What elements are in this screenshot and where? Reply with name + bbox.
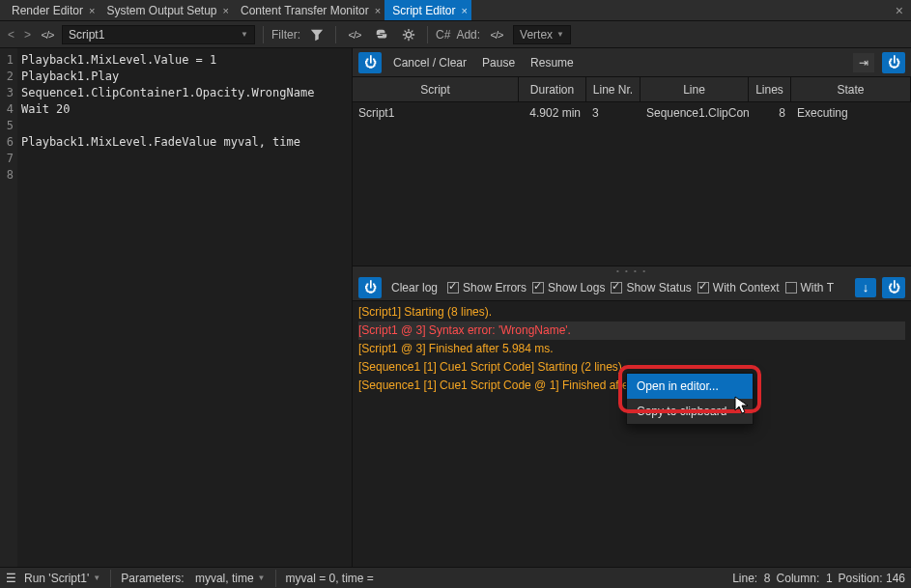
col-line[interactable]: Line bbox=[641, 77, 749, 101]
log-line: [Script1 @ 3] Finished after 5.984 ms. bbox=[358, 342, 554, 355]
chevron-down-icon: ▼ bbox=[556, 30, 564, 39]
col-script[interactable]: Script bbox=[353, 77, 519, 101]
power-icon[interactable]: ⏻ bbox=[358, 277, 382, 298]
pause-button[interactable]: Pause bbox=[478, 56, 519, 70]
show-status-toggle[interactable]: Show Status bbox=[611, 281, 691, 294]
col-state[interactable]: State bbox=[791, 77, 911, 101]
power-icon[interactable]: ⏻ bbox=[882, 277, 905, 298]
code-icon[interactable] bbox=[344, 25, 365, 44]
execution-grid: Script Duration Line Nr. Line Lines Stat… bbox=[353, 77, 911, 266]
scroll-down-icon[interactable]: ↓ bbox=[855, 278, 876, 297]
script-selector[interactable]: Script1 ▼ bbox=[62, 25, 255, 44]
cell-duration: 4.902 min bbox=[519, 102, 586, 124]
splitter-handle[interactable]: • • • • bbox=[353, 266, 911, 274]
tab-bar: Render Editor × System Output Setup × Co… bbox=[0, 0, 911, 21]
filter-icon[interactable] bbox=[306, 25, 327, 44]
tab-content-transfer-monitor[interactable]: Content Transfer Monitor × bbox=[233, 0, 384, 20]
log-line-error[interactable]: [Script1 @ 3] Syntax error: 'WrongName'. bbox=[358, 322, 905, 340]
tab-script-editor[interactable]: Script Editor × bbox=[384, 0, 471, 20]
chevron-down-icon: ▼ bbox=[93, 574, 100, 582]
param-values: myval = 0, time = bbox=[286, 572, 374, 585]
code-area[interactable]: Playback1.MixLevel.Value = 1 Playback1.P… bbox=[17, 48, 352, 567]
cell-state: Executing bbox=[791, 102, 911, 124]
tab-render-editor[interactable]: Render Editor × bbox=[4, 0, 99, 20]
table-row[interactable]: Script1 4.902 min 3 Sequence1.ClipCon 8 … bbox=[353, 102, 911, 124]
parameters-button[interactable]: Parameters: myval, time ▼ bbox=[121, 572, 265, 585]
power-icon[interactable]: ⏻ bbox=[358, 52, 382, 73]
cancel-clear-button[interactable]: Cancel / Clear bbox=[389, 56, 470, 70]
close-icon[interactable]: × bbox=[223, 5, 229, 16]
gear-icon[interactable] bbox=[398, 25, 419, 44]
log-line: [Sequence1 [1] Cue1 Script Code @ 1] Fin… bbox=[358, 378, 633, 392]
cell-lines: 8 bbox=[749, 102, 791, 124]
log-line: [Script1] Starting (8 lines). bbox=[358, 305, 492, 319]
close-window-icon[interactable]: × bbox=[888, 3, 911, 18]
add-script-icon[interactable] bbox=[486, 25, 507, 44]
tab-label: Content Transfer Monitor bbox=[241, 4, 369, 17]
col-lines[interactable]: Lines bbox=[749, 77, 791, 101]
tab-label: System Output Setup bbox=[106, 4, 216, 17]
clear-log-button[interactable]: Clear log bbox=[387, 281, 441, 294]
nav-back-icon[interactable]: < bbox=[6, 28, 16, 42]
separator bbox=[335, 26, 336, 43]
menu-open-in-editor[interactable]: Open in editor... bbox=[627, 374, 753, 399]
add-target-selector[interactable]: Vertex ▼ bbox=[513, 25, 571, 44]
show-errors-toggle[interactable]: Show Errors bbox=[447, 281, 527, 294]
add-label: Add: bbox=[456, 28, 480, 42]
separator bbox=[263, 26, 264, 43]
script-icon bbox=[39, 26, 56, 43]
separator bbox=[427, 26, 428, 43]
checkbox-icon bbox=[611, 282, 622, 294]
tab-system-output-setup[interactable]: System Output Setup × bbox=[99, 0, 233, 20]
col-duration[interactable]: Duration bbox=[519, 77, 586, 101]
cell-line: Sequence1.ClipCon bbox=[641, 102, 749, 124]
show-logs-toggle[interactable]: Show Logs bbox=[532, 281, 605, 294]
close-icon[interactable]: × bbox=[462, 5, 468, 16]
pin-icon[interactable]: ⇥ bbox=[853, 53, 874, 72]
close-icon[interactable]: × bbox=[89, 5, 95, 16]
checkbox-icon bbox=[697, 282, 709, 294]
editor-toolbar: < > Script1 ▼ Filter: C# Add: Vertex ▼ bbox=[0, 21, 911, 48]
log-toolbar: ⏻ Clear log Show Errors Show Logs Show S… bbox=[353, 274, 911, 301]
run-script-button[interactable]: Run 'Script1' ▼ bbox=[24, 572, 100, 585]
cs-label[interactable]: C# bbox=[436, 28, 450, 42]
status-position: Position: 146 bbox=[839, 572, 905, 585]
checkbox-icon bbox=[785, 282, 797, 294]
resume-button[interactable]: Resume bbox=[527, 56, 578, 70]
log-output[interactable]: [Script1] Starting (8 lines). [Script1 @… bbox=[353, 301, 911, 567]
script-name: Script1 bbox=[69, 28, 104, 42]
separator bbox=[275, 570, 276, 587]
status-column: Column: 1 bbox=[777, 572, 833, 585]
status-line: Line: 8 bbox=[732, 572, 770, 585]
checkbox-icon bbox=[532, 282, 544, 294]
cell-script: Script1 bbox=[353, 102, 519, 124]
status-bar: ☰ Run 'Script1' ▼ Parameters: myval, tim… bbox=[0, 567, 911, 588]
with-t-toggle[interactable]: With T bbox=[785, 281, 834, 294]
col-line-nr[interactable]: Line Nr. bbox=[586, 77, 641, 101]
with-context-toggle[interactable]: With Context bbox=[697, 281, 780, 294]
menu-icon[interactable]: ☰ bbox=[6, 572, 16, 585]
svg-point-0 bbox=[406, 32, 411, 37]
code-editor[interactable]: 1 2 3 4 5 6 7 8 Playback1.MixLevel.Value… bbox=[0, 48, 353, 567]
context-menu: Open in editor... Copy to clipboard bbox=[626, 373, 754, 425]
python-icon[interactable] bbox=[371, 25, 392, 44]
menu-copy-to-clipboard[interactable]: Copy to clipboard bbox=[627, 399, 753, 424]
filter-label: Filter: bbox=[271, 28, 300, 42]
grid-header: Script Duration Line Nr. Line Lines Stat… bbox=[353, 77, 911, 102]
tab-label: Script Editor bbox=[392, 4, 455, 17]
chevron-down-icon: ▼ bbox=[241, 30, 248, 39]
log-line: [Sequence1 [1] Cue1 Script Code] Startin… bbox=[358, 360, 625, 374]
line-gutter: 1 2 3 4 5 6 7 8 bbox=[0, 48, 17, 567]
execution-toolbar: ⏻ Cancel / Clear Pause Resume ⇥ ⏻ bbox=[353, 48, 911, 77]
power-icon[interactable]: ⏻ bbox=[882, 52, 905, 73]
separator bbox=[110, 570, 111, 587]
close-icon[interactable]: × bbox=[375, 5, 381, 16]
chevron-down-icon: ▼ bbox=[258, 574, 266, 582]
nav-fwd-icon[interactable]: > bbox=[22, 28, 33, 42]
tab-label: Render Editor bbox=[12, 4, 83, 17]
checkbox-icon bbox=[447, 282, 459, 294]
cell-line-nr: 3 bbox=[586, 102, 641, 124]
add-target-label: Vertex bbox=[520, 28, 553, 42]
